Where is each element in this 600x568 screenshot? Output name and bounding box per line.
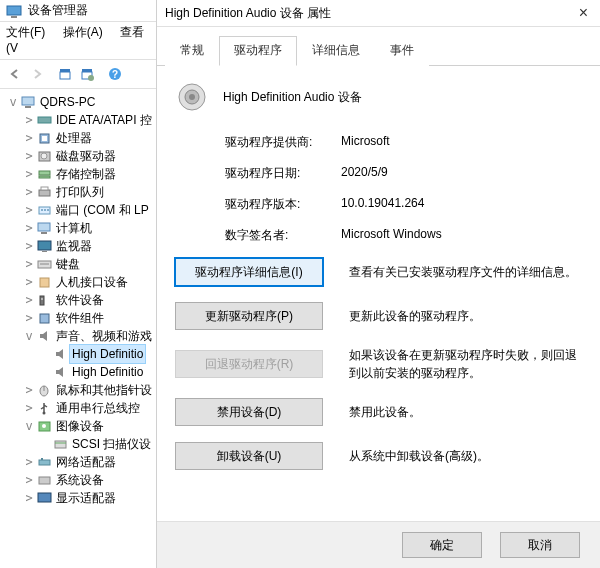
expander-icon[interactable]: > bbox=[22, 219, 36, 237]
expander-icon[interactable]: v bbox=[6, 93, 20, 111]
tree-category-label: 存储控制器 bbox=[54, 165, 116, 183]
tree-category[interactable]: >IDE ATA/ATAPI 控 bbox=[2, 111, 156, 129]
tree-root[interactable]: v QDRS-PC bbox=[2, 93, 156, 111]
tree-category[interactable]: >软件组件 bbox=[2, 309, 156, 327]
tree-category-label: 磁盘驱动器 bbox=[54, 147, 116, 165]
tool-show-icon[interactable] bbox=[54, 63, 76, 85]
tool-forward-icon[interactable] bbox=[26, 63, 48, 85]
expander-icon[interactable]: > bbox=[22, 237, 36, 255]
tree-category[interactable]: >磁盘驱动器 bbox=[2, 147, 156, 165]
tab-driver[interactable]: 驱动程序 bbox=[219, 36, 297, 66]
tree-category[interactable]: >键盘 bbox=[2, 255, 156, 273]
tool-props-icon[interactable] bbox=[76, 63, 98, 85]
tree-category-label: 端口 (COM 和 LP bbox=[54, 201, 149, 219]
menu-action[interactable]: 操作(A) bbox=[63, 25, 103, 39]
display-icon bbox=[36, 491, 54, 505]
tree-category[interactable]: >网络适配器 bbox=[2, 453, 156, 471]
tree-category[interactable]: >监视器 bbox=[2, 237, 156, 255]
tree-category[interactable]: >软件设备 bbox=[2, 291, 156, 309]
svg-point-22 bbox=[44, 209, 46, 211]
expander-icon[interactable]: > bbox=[22, 471, 36, 489]
expander-icon[interactable]: > bbox=[22, 183, 36, 201]
svg-point-38 bbox=[42, 424, 46, 428]
uninstall-device-button[interactable]: 卸载设备(U) bbox=[175, 442, 323, 470]
tree-category[interactable]: >处理器 bbox=[2, 129, 156, 147]
expander-icon[interactable]: > bbox=[22, 165, 36, 183]
driver-details-button[interactable]: 驱动程序详细信息(I) bbox=[175, 258, 323, 286]
computer-icon bbox=[20, 95, 38, 109]
tree-category[interactable]: >显示适配器 bbox=[2, 489, 156, 507]
expander-icon[interactable]: v bbox=[22, 327, 36, 345]
expander-icon[interactable]: > bbox=[22, 381, 36, 399]
rollback-driver-desc: 如果该设备在更新驱动程序时失败，则回退到以前安装的驱动程序。 bbox=[349, 346, 582, 382]
expander-icon[interactable]: > bbox=[22, 111, 36, 129]
tree-category-label: 鼠标和其他指针设 bbox=[54, 381, 152, 399]
svg-point-23 bbox=[47, 209, 49, 211]
svg-rect-44 bbox=[38, 493, 51, 502]
expander-icon[interactable]: v bbox=[22, 417, 36, 435]
tree-category[interactable]: >端口 (COM 和 LP bbox=[2, 201, 156, 219]
audio-icon bbox=[36, 329, 54, 343]
svg-rect-41 bbox=[39, 460, 50, 465]
expander-icon[interactable]: > bbox=[22, 309, 36, 327]
tree-category[interactable]: v声音、视频和游戏 bbox=[2, 327, 156, 345]
expander-icon[interactable]: > bbox=[22, 453, 36, 471]
speaker-icon bbox=[175, 80, 209, 114]
dm-menubar: 文件(F) 操作(A) 查看(V bbox=[0, 22, 156, 60]
expander-icon[interactable]: > bbox=[22, 489, 36, 507]
expander-icon[interactable]: > bbox=[22, 129, 36, 147]
svg-rect-25 bbox=[41, 232, 47, 234]
tab-general[interactable]: 常规 bbox=[165, 36, 219, 66]
device-tree[interactable]: v QDRS-PC >IDE ATA/ATAPI 控>处理器>磁盘驱动器>存储控… bbox=[0, 89, 156, 568]
disable-device-button[interactable]: 禁用设备(D) bbox=[175, 398, 323, 426]
ok-button[interactable]: 确定 bbox=[402, 532, 482, 558]
network-icon bbox=[36, 455, 54, 469]
tree-category[interactable]: >打印队列 bbox=[2, 183, 156, 201]
tool-help-icon[interactable]: ? bbox=[104, 63, 126, 85]
tree-category[interactable]: >鼠标和其他指针设 bbox=[2, 381, 156, 399]
expander-icon[interactable]: > bbox=[22, 255, 36, 273]
dlg-body: High Definition Audio 设备 驱动程序提供商:Microso… bbox=[157, 66, 600, 521]
tree-category-label: 监视器 bbox=[54, 237, 92, 255]
tree-category[interactable]: >系统设备 bbox=[2, 471, 156, 489]
keyboard-icon bbox=[36, 257, 54, 271]
dm-title-text: 设备管理器 bbox=[28, 2, 88, 19]
tree-device[interactable]: High Definitio bbox=[2, 363, 156, 381]
audio-icon bbox=[52, 347, 70, 361]
update-driver-button[interactable]: 更新驱动程序(P) bbox=[175, 302, 323, 330]
expander-icon[interactable]: > bbox=[22, 147, 36, 165]
tab-details[interactable]: 详细信息 bbox=[297, 36, 375, 66]
properties-dialog: High Definition Audio 设备 属性 × 常规 驱动程序 详细… bbox=[157, 0, 600, 568]
computer-icon bbox=[36, 221, 54, 235]
driver-actions: 驱动程序详细信息(I) 查看有关已安装驱动程序文件的详细信息。 更新驱动程序(P… bbox=[175, 258, 582, 470]
tree-device[interactable]: High Definitio bbox=[2, 345, 156, 363]
svg-rect-30 bbox=[40, 278, 49, 287]
tree-device[interactable]: SCSI 扫描仪设 bbox=[2, 435, 156, 453]
signer-label: 数字签名者: bbox=[225, 227, 341, 244]
tool-back-icon[interactable] bbox=[4, 63, 26, 85]
device-name: High Definition Audio 设备 bbox=[223, 89, 362, 106]
tree-category[interactable]: >存储控制器 bbox=[2, 165, 156, 183]
dlg-title-text: High Definition Audio 设备 属性 bbox=[165, 5, 575, 22]
cancel-button[interactable]: 取消 bbox=[500, 532, 580, 558]
expander-icon[interactable]: > bbox=[22, 273, 36, 291]
tab-events[interactable]: 事件 bbox=[375, 36, 429, 66]
expander-icon[interactable]: > bbox=[22, 399, 36, 417]
mouse-icon bbox=[36, 383, 54, 397]
expander-icon[interactable]: > bbox=[22, 291, 36, 309]
tree-category[interactable]: >通用串行总线控 bbox=[2, 399, 156, 417]
svg-text:?: ? bbox=[112, 69, 118, 80]
svg-rect-26 bbox=[38, 241, 51, 250]
tree-category[interactable]: >人机接口设备 bbox=[2, 273, 156, 291]
menu-file[interactable]: 文件(F) bbox=[6, 25, 45, 39]
svg-rect-24 bbox=[38, 223, 50, 231]
tree-category[interactable]: v图像设备 bbox=[2, 417, 156, 435]
tree-category[interactable]: >计算机 bbox=[2, 219, 156, 237]
tree-category-label: IDE ATA/ATAPI 控 bbox=[54, 111, 152, 129]
uninstall-device-desc: 从系统中卸载设备(高级)。 bbox=[349, 447, 582, 465]
svg-rect-0 bbox=[7, 6, 21, 15]
expander-icon[interactable]: > bbox=[22, 201, 36, 219]
close-icon[interactable]: × bbox=[575, 4, 592, 22]
monitor-icon bbox=[36, 239, 54, 253]
device-header: High Definition Audio 设备 bbox=[175, 80, 582, 114]
